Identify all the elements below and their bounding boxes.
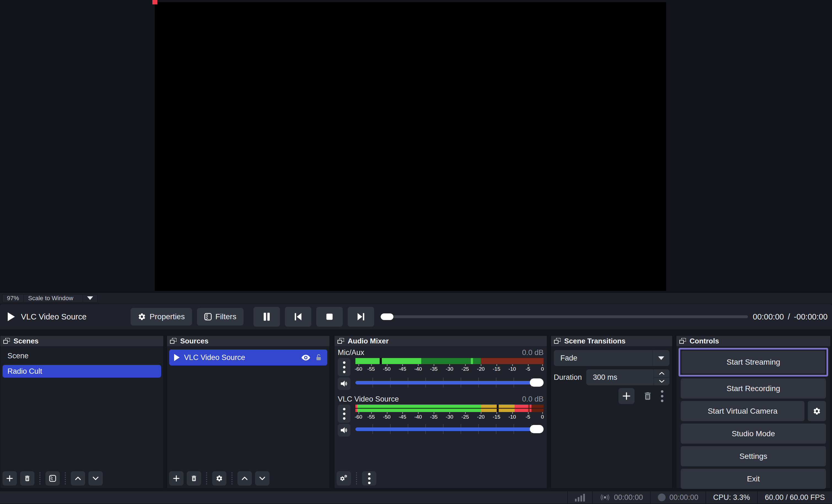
source-item-selected[interactable]: VLC Video Source <box>169 349 327 366</box>
move-scene-down-button[interactable] <box>88 471 103 485</box>
move-source-up-button[interactable] <box>237 471 252 485</box>
move-scene-up-button[interactable] <box>71 471 85 485</box>
mixer-menu-button[interactable] <box>362 471 376 485</box>
add-scene-button[interactable] <box>2 471 17 485</box>
chevron-up-icon <box>74 475 82 482</box>
seek-handle[interactable] <box>381 313 393 320</box>
record-status: 00:00:00 <box>650 491 706 503</box>
dock-icon <box>170 338 177 344</box>
exit-button[interactable]: Exit <box>681 469 826 489</box>
studio-mode-button[interactable]: Studio Mode <box>681 424 826 444</box>
toolbar-separator <box>65 472 66 484</box>
chevron-down-icon <box>658 356 664 360</box>
move-source-down-button[interactable] <box>255 471 269 485</box>
spin-up-button[interactable] <box>654 369 670 378</box>
sources-panel-header[interactable]: Sources <box>167 336 330 346</box>
unlock-icon[interactable] <box>315 354 322 361</box>
add-transition-button[interactable] <box>619 388 634 404</box>
controls-panel-header[interactable]: Controls <box>676 336 830 346</box>
mixer-channel-mic: Mic/Aux 0.0 dB -60-55-50-45-40-35-30-25-… <box>334 346 547 390</box>
scene-transitions-panel: Scene Transitions Fade Duration 300 ms <box>551 336 673 488</box>
media-seek-slider[interactable] <box>380 311 748 322</box>
previous-button[interactable] <box>285 307 311 327</box>
mute-toggle-button[interactable] <box>338 424 350 436</box>
remaining-time: -00:00:00 <box>794 312 828 321</box>
filters-icon <box>204 313 212 321</box>
stream-timer: 00:00:00 <box>614 493 643 502</box>
toolbar-separator <box>356 472 357 484</box>
source-item-label: VLC Video Source <box>184 353 297 362</box>
mute-toggle-button[interactable] <box>338 377 350 390</box>
add-source-button[interactable] <box>169 471 183 485</box>
audio-mixer-panel-header[interactable]: Audio Mixer <box>334 336 547 346</box>
scene-item-selected[interactable]: Radio Cult <box>2 365 161 378</box>
volume-slider[interactable] <box>356 376 544 389</box>
panel-title: Scenes <box>14 337 38 345</box>
properties-button[interactable]: Properties <box>131 308 192 325</box>
channel-menu-button[interactable] <box>338 358 350 376</box>
zoom-percentage[interactable]: 97% <box>2 294 24 302</box>
start-recording-button[interactable]: Start Recording <box>681 378 826 399</box>
double-gear-icon <box>340 475 348 482</box>
volume-meter-left <box>356 404 544 408</box>
dock-row: Scenes Scene Radio Cult <box>0 336 832 488</box>
kebab-icon <box>343 361 345 364</box>
gear-icon <box>138 313 146 321</box>
advanced-audio-properties-button[interactable] <box>337 471 351 485</box>
seek-track[interactable] <box>380 315 748 318</box>
fps-value: 60.00 / 60.00 FPS <box>765 493 825 502</box>
scene-item[interactable]: Scene <box>0 349 163 362</box>
controls-panel-body: Start Streaming Start Recording Start Vi… <box>676 346 830 489</box>
scene-transitions-body: Fade Duration 300 ms <box>551 346 672 488</box>
next-button[interactable] <box>348 307 374 327</box>
volume-slider-handle[interactable] <box>530 378 544 387</box>
source-properties-button[interactable] <box>212 471 227 485</box>
pause-icon <box>263 312 271 321</box>
controls-panel: Controls Start Streaming Start Recording… <box>676 336 831 488</box>
stream-status: 00:00:00 <box>592 491 650 503</box>
stop-button[interactable] <box>316 307 343 327</box>
filters-button[interactable]: Filters <box>197 308 243 325</box>
transition-select[interactable]: Fade <box>554 350 670 366</box>
spin-down-button[interactable] <box>654 378 670 385</box>
start-streaming-button[interactable]: Start Streaming <box>682 351 825 373</box>
scenes-panel-body: Scene Radio Cult <box>0 346 163 488</box>
chevron-up-icon <box>241 475 248 482</box>
volume-slider-handle[interactable] <box>530 425 544 433</box>
scale-mode-dropdown-button[interactable] <box>83 294 97 302</box>
kebab-icon <box>343 408 345 410</box>
signal-bars-icon <box>575 493 585 502</box>
volume-slider[interactable] <box>356 423 544 435</box>
scenes-panel-header[interactable]: Scenes <box>0 336 163 346</box>
channel-volume-db: 0.0 dB <box>522 348 544 357</box>
kebab-icon <box>661 390 664 402</box>
audio-mixer-toolbar <box>337 471 545 486</box>
volume-slider-track[interactable] <box>356 427 544 431</box>
video-preview-canvas[interactable] <box>155 2 666 291</box>
preview-zoom-control[interactable]: 97% Scale to Window <box>2 294 98 302</box>
skip-back-icon <box>293 312 303 321</box>
pause-button[interactable] <box>254 307 280 327</box>
scene-item-label: Scene <box>7 352 29 360</box>
settings-button[interactable]: Settings <box>681 446 826 466</box>
volume-slider-track[interactable] <box>356 381 544 384</box>
record-circle-icon <box>658 494 666 501</box>
selection-handle[interactable] <box>152 0 157 4</box>
channel-volume-db: 0.0 dB <box>522 395 544 403</box>
scale-mode-select[interactable]: Scale to Window <box>24 294 83 302</box>
start-streaming-focus-ring: Start Streaming <box>679 348 828 376</box>
transition-menu-button[interactable] <box>661 390 664 402</box>
scene-transitions-panel-header[interactable]: Scene Transitions <box>551 336 672 346</box>
scene-filters-button[interactable] <box>46 471 60 485</box>
remove-transition-button[interactable] <box>643 391 653 401</box>
virtual-camera-settings-button[interactable] <box>808 401 826 421</box>
remove-scene-button[interactable] <box>20 471 34 485</box>
volume-meter-right <box>356 409 544 412</box>
duration-input[interactable]: 300 ms <box>586 369 670 385</box>
cpu-usage: CPU: 3.3% <box>706 491 757 503</box>
remove-source-button[interactable] <box>187 471 201 485</box>
eye-icon[interactable] <box>301 354 311 361</box>
channel-menu-button[interactable] <box>338 404 350 423</box>
transition-dropdown-button[interactable] <box>652 350 670 366</box>
start-virtual-camera-button[interactable]: Start Virtual Camera <box>681 401 804 421</box>
